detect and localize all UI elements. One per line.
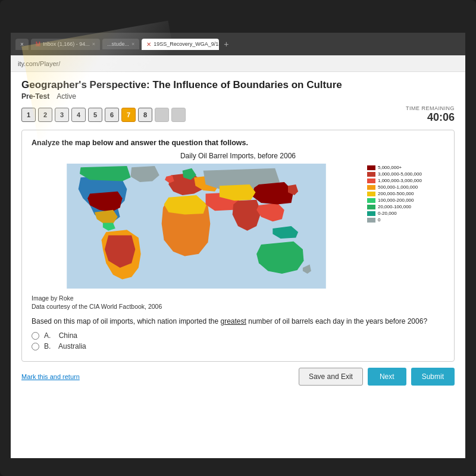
bottom-bar: Mark this and return Save and Exit Next …	[21, 362, 455, 388]
legend-color-6	[367, 198, 375, 203]
legend-label-9: 0	[378, 217, 380, 223]
legend-label-5: 200,000-500,000	[378, 191, 414, 196]
question-btn-3[interactable]: 3	[55, 108, 69, 122]
legend-label-6: 100,000-200,000	[378, 198, 414, 203]
question-btn-4[interactable]: 4	[71, 108, 86, 122]
question-text: Based on this map of oil imports, which …	[32, 316, 444, 327]
tab-active[interactable]: ✕ 19SS_Recovery_WGA_9/13/18 - ×	[142, 39, 219, 50]
page-title: Geographer's Perspective: The Influence …	[21, 79, 455, 91]
legend-color-5	[367, 192, 375, 196]
label-option-b[interactable]: B. Australia	[44, 342, 86, 350]
tab-gmail[interactable]: M Inbox (1,166) - 94... ×	[31, 39, 100, 50]
legend-color-8	[367, 211, 375, 216]
legend-label-1: 5,000,000+	[378, 165, 402, 170]
map-title: Daily Oil Barrel Imports, before 2006	[32, 152, 444, 160]
tab-close-student[interactable]: ×	[131, 41, 134, 47]
pre-test-label: Pre-Test	[21, 92, 49, 101]
page-content: Geographer's Perspective: The Influence …	[11, 72, 465, 458]
image-credit-1: Image by Roke	[32, 295, 444, 302]
timer-label: TIME REMAINING	[406, 105, 455, 111]
answer-option-b[interactable]: B. Australia	[32, 342, 444, 350]
legend-label-4: 500,000-1,000,000	[378, 184, 418, 190]
radio-option-a[interactable]	[32, 332, 39, 340]
legend-color-1	[367, 165, 375, 170]
legend-label-3: 1,000,000-3,000,000	[378, 178, 422, 183]
question-card: Analyze the map below and answer the que…	[21, 130, 455, 362]
world-map	[32, 164, 361, 289]
question-btn-6[interactable]: 6	[105, 108, 119, 122]
question-btn-10[interactable]	[171, 108, 186, 122]
legend-color-7	[367, 205, 375, 209]
legend-label-7: 20,000-100,000	[378, 204, 411, 209]
timer-box: TIME REMAINING 40:06	[406, 105, 455, 124]
legend-color-3	[367, 178, 375, 183]
legend-label-8: 0-20,000	[378, 211, 397, 216]
next-button[interactable]: Next	[368, 368, 406, 386]
question-btn-7[interactable]: 7	[121, 108, 136, 122]
question-btn-9[interactable]	[155, 108, 169, 122]
legend-label-2: 3,000,000-5,000,000	[378, 171, 422, 177]
tab-active-icon: ✕	[146, 41, 151, 48]
radio-option-b[interactable]	[32, 343, 39, 350]
legend-color-9	[367, 218, 375, 223]
legend-color-2	[367, 172, 375, 177]
tab-close-gmail[interactable]: ×	[92, 41, 95, 47]
question-navigation: 1 2 3 4 5 6 7 8	[21, 108, 186, 122]
question-btn-2[interactable]: 2	[38, 108, 52, 122]
timer-value: 40:06	[406, 111, 455, 124]
add-tab-button[interactable]: +	[224, 39, 228, 49]
question-btn-1[interactable]: 1	[21, 108, 36, 122]
tab-student[interactable]: ...stude... ×	[102, 39, 139, 49]
submit-button[interactable]: Submit	[411, 368, 455, 386]
image-credit-2: Data courtesy of the CIA World Factbook,…	[32, 303, 444, 310]
label-option-a[interactable]: A. China	[44, 331, 77, 340]
question-btn-8[interactable]: 8	[138, 108, 152, 122]
save-exit-button[interactable]: Save and Exit	[299, 368, 363, 386]
question-underline: greatest	[221, 317, 246, 325]
mark-return-link[interactable]: Mark this and return	[21, 373, 80, 380]
question-btn-5[interactable]: 5	[88, 108, 102, 122]
action-buttons: Save and Exit Next Submit	[299, 368, 455, 386]
active-status: Active	[57, 92, 76, 101]
map-container: 5,000,000+ 3,000,000-5,000,000 1,000,000…	[32, 164, 444, 289]
address-bar: ity.com/Player/	[11, 55, 465, 72]
answer-option-a[interactable]: A. China	[32, 331, 444, 340]
map-legend: 5,000,000+ 3,000,000-5,000,000 1,000,000…	[367, 164, 444, 289]
legend-color-4	[367, 185, 375, 190]
question-instruction: Analyze the map below and answer the que…	[32, 139, 444, 147]
gmail-icon: M	[36, 41, 40, 48]
tab-close[interactable]: ×	[15, 39, 29, 50]
